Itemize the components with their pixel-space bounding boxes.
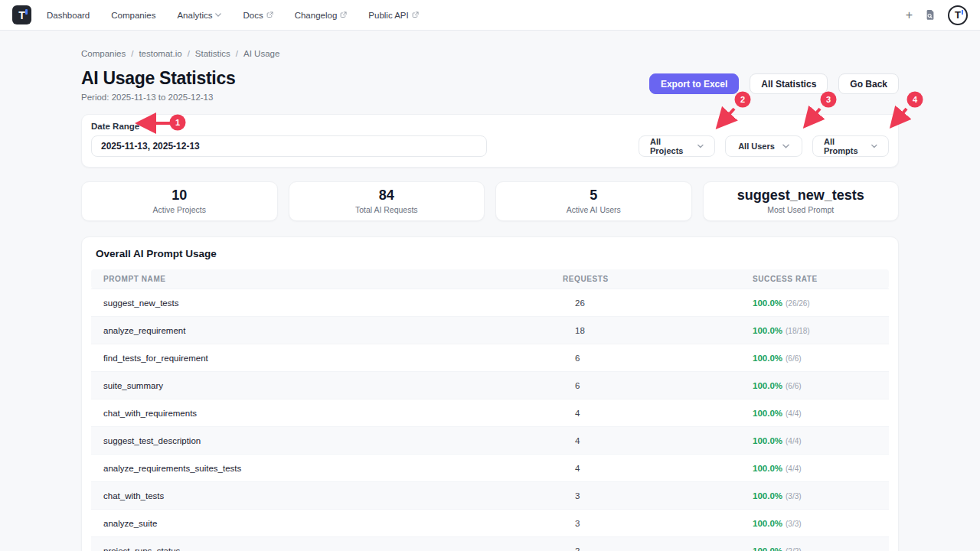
external-link-icon xyxy=(340,11,347,18)
table-row: chat_with_requirements 4 100.0%(4/4) xyxy=(91,399,889,426)
success-rate-percent: 100.0% xyxy=(753,381,782,390)
requests-cell: 6 xyxy=(557,381,746,390)
period-text: Period: 2025-11-13 to 2025-12-13 xyxy=(81,93,235,102)
prompt-name-cell: suggest_new_tests xyxy=(91,298,557,308)
all-statistics-button[interactable]: All Statistics xyxy=(750,73,828,94)
prompt-name-cell: chat_with_tests xyxy=(91,491,557,500)
annotation-badge-4 xyxy=(907,92,923,108)
nav-item-label: Public API xyxy=(368,11,408,20)
breadcrumb-statistics[interactable]: Statistics xyxy=(195,49,230,58)
logo-accent-mark xyxy=(25,9,28,15)
table-row: analyze_requirement 18 100.0%(18/18) xyxy=(91,316,889,344)
stat-label: Total AI Requests xyxy=(355,205,418,214)
nav-item-companies[interactable]: Companies xyxy=(111,11,155,20)
nav-item-label: Changelog xyxy=(295,11,338,20)
column-header-prompt-name: PROMPT NAME xyxy=(91,275,557,283)
prompt-name-cell: find_tests_for_requirement xyxy=(91,354,557,363)
success-rate-cell: 100.0%(4/4) xyxy=(746,409,889,418)
success-rate-detail: (6/6) xyxy=(786,382,802,390)
table-title: Overall AI Prompt Usage xyxy=(91,248,889,259)
stat-value: 5 xyxy=(590,188,597,204)
column-header-requests: REQUESTS xyxy=(557,275,746,283)
table-row: suite_summary 6 100.0%(6/6) xyxy=(91,371,889,399)
breadcrumb-companies[interactable]: Companies xyxy=(81,49,126,58)
success-rate-detail: (4/4) xyxy=(786,437,802,445)
prompts-dropdown[interactable]: All Prompts xyxy=(812,135,889,157)
chevron-down-icon xyxy=(215,13,221,17)
top-navbar: T Dashboard Companies Analytics Docs Cha… xyxy=(0,0,980,31)
success-rate-cell: 100.0%(6/6) xyxy=(746,354,889,363)
requests-cell: 6 xyxy=(557,354,746,363)
success-rate-detail: (6/6) xyxy=(786,354,802,363)
date-range-input[interactable] xyxy=(91,135,487,157)
success-rate-percent: 100.0% xyxy=(753,464,782,473)
stat-card-active-ai-users: 5 Active AI Users xyxy=(495,181,692,221)
requests-cell: 4 xyxy=(557,464,746,473)
prompt-name-cell: suite_summary xyxy=(91,381,557,390)
app-logo[interactable]: T xyxy=(12,5,31,24)
date-range-group: Date Range xyxy=(91,122,487,157)
success-rate-percent: 100.0% xyxy=(753,326,782,335)
stat-label: Active Projects xyxy=(153,205,206,214)
prompt-usage-table-card: Overall AI Prompt Usage PROMPT NAME REQU… xyxy=(81,236,899,551)
chevron-down-icon xyxy=(697,144,704,148)
export-to-excel-button[interactable]: Export to Excel xyxy=(649,73,739,94)
success-rate-cell: 100.0%(3/3) xyxy=(746,491,889,500)
nav-item-label: Companies xyxy=(111,11,155,20)
breadcrumb-separator: / xyxy=(236,49,238,58)
header-actions: Export to Excel All Statistics Go Back xyxy=(649,73,899,94)
table-row: analyze_requirements_suites_tests 4 100.… xyxy=(91,454,889,481)
table-row: analyze_suite 3 100.0%(3/3) xyxy=(91,509,889,536)
nav-item-public-api[interactable]: Public API xyxy=(368,11,418,20)
stat-card-most-used-prompt: suggest_new_tests Most Used Prompt xyxy=(703,181,900,221)
chevron-down-icon xyxy=(782,144,789,148)
success-rate-cell: 100.0%(3/3) xyxy=(746,519,889,528)
success-rate-percent: 100.0% xyxy=(753,354,782,363)
go-back-button[interactable]: Go Back xyxy=(838,73,899,94)
nav-item-dashboard[interactable]: Dashboard xyxy=(47,11,90,20)
user-avatar[interactable]: T xyxy=(948,5,968,25)
date-range-label: Date Range xyxy=(91,122,487,131)
prompt-name-cell: analyze_requirement xyxy=(91,326,557,335)
column-header-success-rate: SUCCESS RATE xyxy=(746,275,889,283)
avatar-accent-mark xyxy=(962,10,963,15)
success-rate-cell: 100.0%(4/4) xyxy=(746,464,889,473)
breadcrumb-testomat[interactable]: testomat.io xyxy=(139,49,181,58)
users-dropdown[interactable]: All Users xyxy=(725,135,802,157)
success-rate-detail: (4/4) xyxy=(786,409,802,418)
projects-dropdown[interactable]: All Projects xyxy=(639,135,715,157)
prompt-name-cell: chat_with_requirements xyxy=(91,409,557,418)
table-row: suggest_test_description 4 100.0%(4/4) xyxy=(91,426,889,454)
prompt-name-cell: project_runs_status xyxy=(91,546,557,551)
requests-cell: 4 xyxy=(557,409,746,418)
nav-item-label: Analytics xyxy=(177,11,212,20)
users-dropdown-label: All Users xyxy=(738,142,775,151)
table-row: suggest_new_tests 26 100.0%(26/26) xyxy=(91,289,889,316)
nav-item-changelog[interactable]: Changelog xyxy=(295,11,348,20)
stat-value: 84 xyxy=(379,188,394,204)
stat-value: suggest_new_tests xyxy=(737,188,864,204)
stat-label: Active AI Users xyxy=(567,205,621,214)
table-row: find_tests_for_requirement 6 100.0%(6/6) xyxy=(91,344,889,371)
prompt-name-cell: suggest_test_description xyxy=(91,436,557,445)
success-rate-cell: 100.0%(26/26) xyxy=(746,298,889,308)
plus-icon[interactable]: + xyxy=(906,9,913,21)
prompt-name-cell: analyze_requirements_suites_tests xyxy=(91,464,557,473)
docs-search-icon[interactable] xyxy=(925,9,936,21)
filter-dropdowns: All Projects All Users All Prompts xyxy=(639,135,889,157)
prompt-name-cell: analyze_suite xyxy=(91,519,557,528)
success-rate-detail: (26/26) xyxy=(786,299,810,308)
nav-item-analytics[interactable]: Analytics xyxy=(177,11,221,20)
breadcrumb-separator: / xyxy=(188,49,190,58)
requests-cell: 26 xyxy=(557,298,746,308)
requests-cell: 2 xyxy=(557,546,746,551)
nav-item-docs[interactable]: Docs xyxy=(243,11,273,20)
stat-cards-row: 10 Active Projects 84 Total AI Requests … xyxy=(81,181,899,221)
success-rate-detail: (2/2) xyxy=(786,547,802,551)
success-rate-cell: 100.0%(2/2) xyxy=(746,546,889,551)
success-rate-detail: (18/18) xyxy=(786,327,810,335)
stat-card-active-projects: 10 Active Projects xyxy=(81,181,278,221)
success-rate-percent: 100.0% xyxy=(753,546,782,551)
breadcrumb-separator: / xyxy=(131,49,133,58)
table-row: chat_with_tests 3 100.0%(3/3) xyxy=(91,481,889,509)
